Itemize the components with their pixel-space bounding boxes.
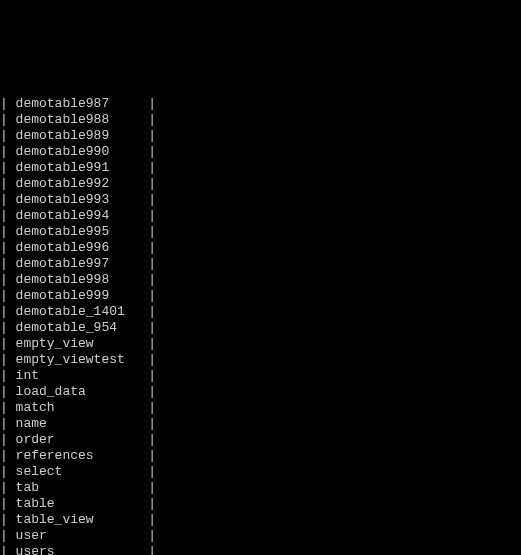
pipe-left: | [0,144,16,159]
pipe-right: | [148,96,156,111]
pipe-left: | [0,192,16,207]
table-row: | demotable990 | [0,144,521,160]
table-cell: demotable993 [16,192,149,208]
pipe-left: | [0,256,16,271]
table-cell: name [16,416,149,432]
terminal-output: | demotable987 || demotable988 || demota… [0,64,521,555]
table-cell: demotable992 [16,176,149,192]
table-row: | user | [0,528,521,544]
pipe-left: | [0,480,16,495]
table-cell: demotable994 [16,208,149,224]
table-row: | references | [0,448,521,464]
pipe-right: | [148,176,156,191]
table-row: | demotable988 | [0,112,521,128]
table-cell: select [16,464,149,480]
table-row: | match | [0,400,521,416]
pipe-right: | [148,336,156,351]
table-row: | demotable991 | [0,160,521,176]
pipe-left: | [0,96,16,111]
table-row: | order | [0,432,521,448]
pipe-left: | [0,176,16,191]
pipe-left: | [0,272,16,287]
pipe-left: | [0,160,16,175]
table-cell: tab [16,480,149,496]
table-row: | demotable987 | [0,96,521,112]
table-row: | demotable996 | [0,240,521,256]
table-row: | demotable_954 | [0,320,521,336]
table-cell: demotable999 [16,288,149,304]
table-row: | demotable995 | [0,224,521,240]
pipe-left: | [0,320,16,335]
pipe-right: | [148,464,156,479]
pipe-left: | [0,336,16,351]
pipe-left: | [0,416,16,431]
table-row: | empty_view | [0,336,521,352]
pipe-right: | [148,528,156,543]
pipe-right: | [148,512,156,527]
table-cell: references [16,448,149,464]
pipe-left: | [0,448,16,463]
pipe-left: | [0,528,16,543]
pipe-right: | [148,272,156,287]
pipe-left: | [0,496,16,511]
pipe-right: | [148,432,156,447]
table-row: | load_data | [0,384,521,400]
pipe-left: | [0,112,16,127]
table-row: | tab | [0,480,521,496]
pipe-right: | [148,400,156,415]
table-cell: int [16,368,149,384]
pipe-left: | [0,288,16,303]
table-cell: demotable988 [16,112,149,128]
table-cell: order [16,432,149,448]
pipe-right: | [148,256,156,271]
table-cell: demotable990 [16,144,149,160]
pipe-right: | [148,384,156,399]
pipe-right: | [148,224,156,239]
table-cell: match [16,400,149,416]
pipe-left: | [0,128,16,143]
table-cell: table_view [16,512,149,528]
pipe-right: | [148,480,156,495]
pipe-left: | [0,224,16,239]
pipe-right: | [148,128,156,143]
result-rows: | demotable987 || demotable988 || demota… [0,96,521,555]
pipe-right: | [148,240,156,255]
table-row: | demotable989 | [0,128,521,144]
table-cell: demotable991 [16,160,149,176]
table-row: | demotable997 | [0,256,521,272]
table-cell: demotable_1401 [16,304,149,320]
table-cell: empty_view [16,336,149,352]
table-cell: user [16,528,149,544]
table-row: | table_view | [0,512,521,528]
pipe-right: | [148,288,156,303]
table-cell: demotable997 [16,256,149,272]
pipe-right: | [148,160,156,175]
table-row: | demotable999 | [0,288,521,304]
pipe-left: | [0,544,16,555]
table-row: | demotable993 | [0,192,521,208]
table-cell: demotable995 [16,224,149,240]
table-cell: demotable998 [16,272,149,288]
table-row: | demotable994 | [0,208,521,224]
pipe-left: | [0,384,16,399]
pipe-left: | [0,368,16,383]
pipe-right: | [148,416,156,431]
pipe-right: | [148,352,156,367]
table-row: | users | [0,544,521,555]
table-row: | select | [0,464,521,480]
pipe-right: | [148,112,156,127]
table-cell: demotable_954 [16,320,149,336]
pipe-left: | [0,304,16,319]
pipe-right: | [148,368,156,383]
pipe-right: | [148,448,156,463]
pipe-right: | [148,304,156,319]
table-cell: demotable989 [16,128,149,144]
pipe-right: | [148,208,156,223]
pipe-left: | [0,400,16,415]
table-cell: users [16,544,149,555]
table-row: | empty_viewtest | [0,352,521,368]
table-cell: empty_viewtest [16,352,149,368]
table-row: | demotable_1401 | [0,304,521,320]
pipe-left: | [0,240,16,255]
table-row: | table | [0,496,521,512]
